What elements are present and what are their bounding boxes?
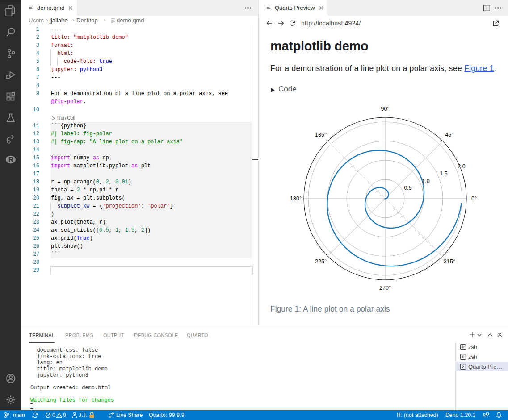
svg-text:45°: 45° xyxy=(445,132,454,138)
svg-text:0°: 0° xyxy=(471,195,477,202)
svg-text:135°: 135° xyxy=(315,132,327,138)
svg-text:0.5: 0.5 xyxy=(404,185,411,191)
svg-text:1.0: 1.0 xyxy=(422,178,429,184)
svg-text:180°: 180° xyxy=(290,195,302,202)
svg-text:270°: 270° xyxy=(379,285,391,291)
svg-text:90°: 90° xyxy=(381,106,390,112)
svg-text:225°: 225° xyxy=(315,258,327,265)
svg-text:315°: 315° xyxy=(444,258,455,265)
svg-text:2.0: 2.0 xyxy=(458,163,465,170)
svg-text:1.5: 1.5 xyxy=(440,170,447,177)
